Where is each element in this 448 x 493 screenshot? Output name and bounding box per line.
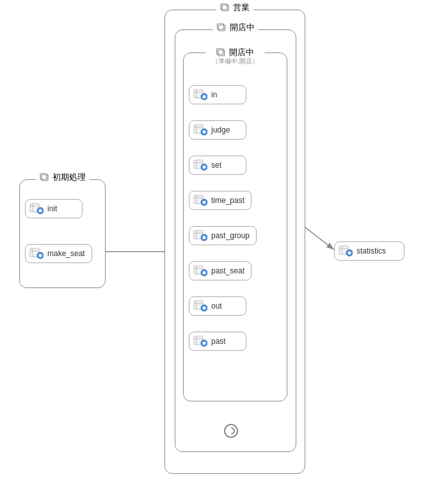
svg-point-31	[203, 165, 206, 168]
kaiten-inner-title-area: 開店中 （準備中,開店）	[205, 47, 265, 66]
node-make-seat-label: make_seat	[47, 249, 85, 258]
node-in-container: in	[189, 85, 246, 104]
shoki-box: 初期処理 init	[19, 179, 106, 288]
shoki-title: 初期処理	[36, 172, 90, 183]
kaiten-outer-label: 開店中	[230, 22, 255, 33]
node-set-label: set	[211, 161, 221, 170]
node-init[interactable]: init	[25, 199, 83, 218]
node-set[interactable]: set	[189, 156, 246, 175]
node-statistics[interactable]: statistics	[334, 241, 404, 261]
kaiten-inner-box: 開店中 （準備中,開店）	[183, 53, 287, 401]
svg-point-68	[39, 254, 42, 257]
kaiten-inner-subtitle: （準備中,開店）	[209, 57, 261, 66]
node-past-icon	[193, 334, 207, 349]
node-judge[interactable]: judge	[189, 120, 246, 140]
shoki-composite-icon	[40, 172, 50, 182]
svg-point-73	[348, 251, 351, 254]
node-time-past-icon	[193, 193, 207, 208]
node-past-container: past	[189, 332, 246, 351]
node-past-group[interactable]: past_group	[189, 226, 257, 245]
node-past-group-label: past_group	[211, 231, 250, 240]
node-statistics-icon	[339, 244, 353, 259]
node-in-icon	[193, 88, 207, 102]
svg-point-36	[203, 200, 206, 204]
node-past-seat-label: past_seat	[211, 266, 244, 275]
node-make-seat-icon	[29, 247, 44, 261]
node-in-label: in	[211, 90, 217, 99]
node-in[interactable]: in	[189, 85, 246, 104]
node-past-label: past	[211, 337, 226, 346]
shoki-label: 初期処理	[52, 172, 86, 183]
node-time-past-label: time_past	[211, 196, 244, 205]
node-set-icon	[193, 158, 207, 173]
node-init-label: init	[47, 204, 57, 213]
node-out-icon	[193, 299, 207, 314]
node-out[interactable]: out	[189, 296, 246, 316]
node-make-seat[interactable]: make_seat	[25, 244, 92, 263]
node-judge-label: judge	[211, 125, 230, 134]
canvas: 営業 開店中 開店中	[0, 0, 448, 493]
svg-point-21	[203, 95, 206, 98]
svg-point-51	[203, 306, 206, 309]
svg-point-26	[203, 130, 206, 133]
eigyo-label: 営業	[233, 2, 250, 13]
node-past-group-icon	[193, 229, 207, 243]
eigyo-composite-icon	[220, 3, 230, 13]
node-judge-icon	[193, 123, 207, 138]
node-past-seat-container: past_seat	[189, 261, 252, 280]
node-past[interactable]: past	[189, 332, 246, 351]
node-past-seat-icon	[193, 264, 207, 279]
node-time-past[interactable]: time_past	[189, 191, 252, 210]
end-state	[224, 424, 238, 438]
node-statistics-container: statistics	[334, 241, 404, 261]
svg-point-56	[203, 341, 206, 344]
node-set-container: set	[189, 156, 246, 175]
node-judge-container: judge	[189, 120, 246, 140]
kaiten-outer-composite-icon	[217, 22, 227, 33]
node-init-icon	[29, 202, 44, 216]
kaiten-outer-box: 開店中 開店中 （準備中,開店）	[175, 29, 296, 452]
svg-point-41	[203, 236, 206, 239]
node-time-past-container: time_past	[189, 191, 252, 210]
svg-point-63	[39, 209, 42, 212]
svg-point-46	[203, 271, 206, 274]
kaiten-outer-title: 開店中	[213, 22, 259, 33]
node-out-label: out	[211, 302, 222, 311]
node-make-seat-container: make_seat	[25, 244, 92, 263]
node-past-seat[interactable]: past_seat	[189, 261, 252, 280]
node-init-container: init	[25, 199, 83, 218]
node-statistics-label: statistics	[356, 247, 386, 255]
node-past-group-container: past_group	[189, 226, 257, 245]
kaiten-inner-composite-icon	[216, 47, 227, 58]
eigyo-title: 営業	[216, 2, 253, 13]
end-state-inner	[226, 426, 237, 437]
node-out-container: out	[189, 296, 246, 316]
eigyo-box: 営業 開店中 開店中	[164, 10, 305, 474]
